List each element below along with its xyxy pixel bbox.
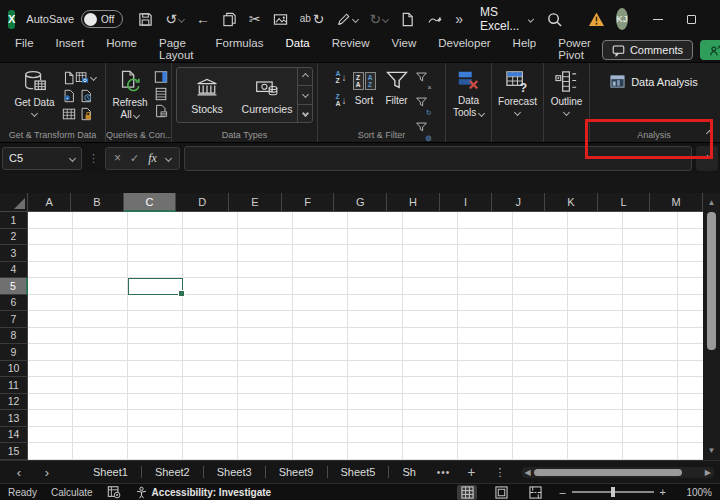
cell-L5[interactable] bbox=[623, 278, 678, 295]
cell-J15[interactable] bbox=[513, 443, 568, 460]
cell-A6[interactable] bbox=[28, 295, 73, 312]
cell-J2[interactable] bbox=[513, 229, 568, 246]
cell-H3[interactable] bbox=[403, 245, 458, 262]
cell-L14[interactable] bbox=[623, 427, 678, 444]
cell-M2[interactable] bbox=[678, 229, 703, 246]
cell-H11[interactable] bbox=[403, 377, 458, 394]
cell-I8[interactable] bbox=[458, 328, 513, 345]
cell-M6[interactable] bbox=[678, 295, 703, 312]
scroll-down-icon[interactable]: ▼ bbox=[708, 443, 716, 460]
autosave-toggle[interactable]: Off bbox=[81, 10, 123, 28]
cell-A2[interactable] bbox=[28, 229, 73, 246]
sort-az-icon[interactable]: AZ ↓ bbox=[335, 70, 346, 85]
cell-F2[interactable] bbox=[293, 229, 348, 246]
cell-M9[interactable] bbox=[678, 344, 703, 361]
close-button[interactable]: × bbox=[709, 4, 720, 34]
accessibility-status[interactable]: Accessibility: Investigate bbox=[135, 486, 272, 499]
cell-I15[interactable] bbox=[458, 443, 513, 460]
cell-G2[interactable] bbox=[348, 229, 403, 246]
cell-K5[interactable] bbox=[568, 278, 623, 295]
sheet-menu-icon[interactable]: ⋮ bbox=[487, 466, 514, 479]
cell-C14[interactable] bbox=[128, 427, 183, 444]
calculate-status[interactable]: Calculate bbox=[51, 487, 93, 498]
cell-C2[interactable] bbox=[128, 229, 183, 246]
cell-I10[interactable] bbox=[458, 361, 513, 378]
sheet-tab-sh[interactable]: Sh bbox=[389, 466, 428, 478]
cell-M15[interactable] bbox=[678, 443, 703, 460]
gallery-up-button[interactable] bbox=[298, 68, 312, 86]
cell-I6[interactable] bbox=[458, 295, 513, 312]
cell-G13[interactable] bbox=[348, 410, 403, 427]
cell-G6[interactable] bbox=[348, 295, 403, 312]
cut-icon[interactable]: ✂ bbox=[249, 12, 261, 26]
cell-C10[interactable] bbox=[128, 361, 183, 378]
cell-M14[interactable] bbox=[678, 427, 703, 444]
cell-J11[interactable] bbox=[513, 377, 568, 394]
cell-L9[interactable] bbox=[623, 344, 678, 361]
cell-F10[interactable] bbox=[293, 361, 348, 378]
cell-A14[interactable] bbox=[28, 427, 73, 444]
cell-E11[interactable] bbox=[238, 377, 293, 394]
cell-H7[interactable] bbox=[403, 311, 458, 328]
cell-D3[interactable] bbox=[183, 245, 238, 262]
comments-button[interactable]: Comments bbox=[602, 40, 693, 60]
cell-D2[interactable] bbox=[183, 229, 238, 246]
cell-G1[interactable] bbox=[348, 212, 403, 229]
column-header-K[interactable]: K bbox=[545, 193, 598, 212]
macro-record-icon[interactable] bbox=[107, 485, 121, 499]
cell-G15[interactable] bbox=[348, 443, 403, 460]
cell-I3[interactable] bbox=[458, 245, 513, 262]
properties-icon[interactable] bbox=[154, 87, 168, 101]
cell-K2[interactable] bbox=[568, 229, 623, 246]
cell-L8[interactable] bbox=[623, 328, 678, 345]
zoom-in-button[interactable]: + bbox=[660, 486, 666, 498]
cell-G11[interactable] bbox=[348, 377, 403, 394]
cell-B7[interactable] bbox=[73, 311, 128, 328]
cell-M13[interactable] bbox=[678, 410, 703, 427]
redo-icon[interactable]: ↻ bbox=[370, 12, 389, 26]
outline-button[interactable]: Outline bbox=[548, 67, 586, 117]
cell-H14[interactable] bbox=[403, 427, 458, 444]
row-header-7[interactable]: 7 bbox=[0, 311, 28, 328]
cell-H8[interactable] bbox=[403, 328, 458, 345]
column-header-M[interactable]: M bbox=[650, 193, 703, 212]
existing-connections-icon[interactable] bbox=[79, 89, 93, 103]
cell-B1[interactable] bbox=[73, 212, 128, 229]
select-all-button[interactable] bbox=[0, 193, 28, 212]
column-header-L[interactable]: L bbox=[598, 193, 651, 212]
scroll-right-icon[interactable]: ▶ bbox=[705, 468, 711, 477]
cell-A9[interactable] bbox=[28, 344, 73, 361]
cell-L11[interactable] bbox=[623, 377, 678, 394]
currencies-button[interactable]: Currencies bbox=[237, 68, 297, 122]
cell-F1[interactable] bbox=[293, 212, 348, 229]
zoom-slider[interactable] bbox=[572, 491, 654, 493]
row-header-11[interactable]: 11 bbox=[0, 377, 28, 394]
row-header-2[interactable]: 2 bbox=[0, 229, 28, 246]
cell-G4[interactable] bbox=[348, 262, 403, 279]
maximize-button[interactable] bbox=[675, 4, 709, 34]
cell-E10[interactable] bbox=[238, 361, 293, 378]
cell-F9[interactable] bbox=[293, 344, 348, 361]
cell-D7[interactable] bbox=[183, 311, 238, 328]
expand-formula-bar-button[interactable] bbox=[696, 146, 718, 171]
cell-G14[interactable] bbox=[348, 427, 403, 444]
cell-G9[interactable] bbox=[348, 344, 403, 361]
cell-J6[interactable] bbox=[513, 295, 568, 312]
cell-A3[interactable] bbox=[28, 245, 73, 262]
cell-K4[interactable] bbox=[568, 262, 623, 279]
horizontal-scrollbar[interactable]: ◀ ▶ bbox=[522, 467, 714, 478]
column-header-F[interactable]: F bbox=[282, 193, 335, 212]
cell-L2[interactable] bbox=[623, 229, 678, 246]
cell-J10[interactable] bbox=[513, 361, 568, 378]
cell-I5[interactable] bbox=[458, 278, 513, 295]
cell-D10[interactable] bbox=[183, 361, 238, 378]
cell-C6[interactable] bbox=[128, 295, 183, 312]
cell-A10[interactable] bbox=[28, 361, 73, 378]
sheet-tab-sheet9[interactable]: Sheet9 bbox=[266, 466, 327, 478]
cell-I9[interactable] bbox=[458, 344, 513, 361]
cell-G12[interactable] bbox=[348, 394, 403, 411]
cell-E7[interactable] bbox=[238, 311, 293, 328]
cell-C1[interactable] bbox=[128, 212, 183, 229]
ink-icon[interactable] bbox=[427, 12, 443, 26]
row-header-15[interactable]: 15 bbox=[0, 443, 28, 460]
